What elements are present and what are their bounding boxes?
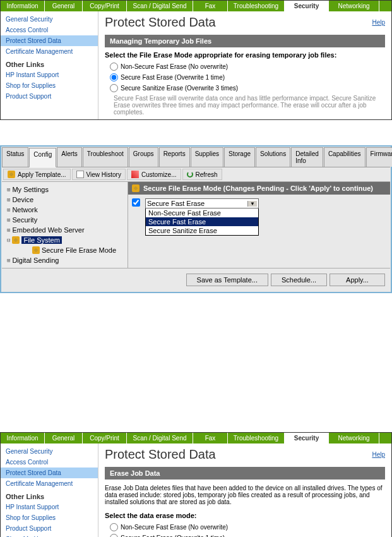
customize-icon — [131, 171, 139, 178]
tab-fax[interactable]: Fax — [193, 433, 228, 443]
sidebar-link-hp-instant[interactable]: HP Instant Support — [1, 502, 98, 512]
tab2-alerts[interactable]: Alerts — [57, 147, 82, 167]
dropdown-value: Secure Fast Erase — [147, 200, 205, 207]
sidebar-link-product-support[interactable]: Product Support — [1, 523, 98, 534]
dd-opt-nonsecure[interactable]: Non-Secure Fast Erase — [146, 208, 258, 217]
instruction-text: Select the File Erase Mode appropriate f… — [105, 51, 385, 59]
radio-secure-fast[interactable]: Secure Fast Erase (Overwrite 1 time) — [105, 72, 385, 83]
tab2-config[interactable]: Config — [29, 148, 56, 167]
tab2-solutions[interactable]: Solutions — [256, 147, 290, 167]
dd-opt-securefast[interactable]: Secure Fast Erase — [146, 217, 258, 226]
tab-information[interactable]: Information — [1, 433, 45, 443]
tab2-firmware[interactable]: Firmware — [366, 147, 392, 167]
main-tabs: Information General Copy/Print Scan / Di… — [1, 433, 391, 443]
tab-copy-print[interactable]: Copy/Print — [83, 1, 127, 11]
tab-fax[interactable]: Fax — [193, 1, 228, 11]
tab2-groups[interactable]: Groups — [129, 147, 158, 167]
radio-label: Non-Secure Fast Erase (No overwrite) — [121, 63, 228, 70]
main-tabs: Information General Copy/Print Scan / Di… — [1, 1, 391, 11]
panel-wja-config: Status Config Alerts Troubleshoot Groups… — [0, 145, 392, 293]
main-content: Protect Stored Data Help Erase Job Data … — [98, 443, 391, 537]
sidebar-link-shop-supplies[interactable]: Shop for Supplies — [1, 512, 98, 523]
page-title: Protect Stored Data — [105, 447, 216, 462]
instruction-text: Select the data erase mode: — [105, 512, 385, 519]
radio-label: Secure Fast Erase (Overwrite 1 time) — [121, 74, 225, 81]
help-link[interactable]: Help — [372, 451, 385, 458]
tab2-capabilities[interactable]: Capabilities — [324, 147, 365, 167]
tab-copy-print[interactable]: Copy/Print — [83, 433, 127, 443]
tab-general[interactable]: General — [45, 433, 83, 443]
sidebar-item-certificate-management[interactable]: Certificate Management — [1, 46, 98, 57]
tab-networking[interactable]: Networking — [329, 1, 379, 11]
sidebar-item-protect-stored-data[interactable]: Protect Stored Data — [1, 468, 98, 478]
tree-digital-sending[interactable]: ⊞Digital Sending — [4, 255, 125, 265]
chevron-down-icon: ▼ — [247, 201, 257, 207]
sidebar: General Security Access Control Protect … — [1, 11, 98, 119]
wrench-icon — [32, 246, 40, 254]
tab-general[interactable]: General — [45, 1, 83, 11]
tree-my-settings[interactable]: ⊞My Settings — [4, 184, 125, 195]
tab-scan-digital-send[interactable]: Scan / Digital Send — [127, 433, 193, 443]
tree-security[interactable]: ⊞Security — [4, 215, 125, 225]
help-link[interactable]: Help — [372, 19, 385, 26]
apply-template-button[interactable]: Apply Template... — [3, 169, 71, 180]
save-template-button[interactable]: Save as Template... — [186, 274, 268, 286]
sidebar-other-links-header: Other Links — [1, 489, 98, 502]
config-pane: Secure File Erase Mode (Changes Pending … — [128, 182, 390, 268]
wrench-icon — [12, 236, 20, 244]
customize-button[interactable]: Customize... — [127, 169, 181, 180]
sidebar-link-show-me-how[interactable]: Show Me How — [1, 534, 98, 537]
sidebar-link-hp-instant[interactable]: HP Instant Support — [1, 69, 98, 80]
panel-protect-stored-data-temp: Information General Copy/Print Scan / Di… — [0, 0, 392, 120]
tree-secure-file-erase[interactable]: Secure File Erase Mode — [4, 245, 125, 255]
apply-button[interactable]: Apply... — [330, 274, 385, 286]
radio-secure-sanitize[interactable]: Secure Sanitize Erase (Overwrite 3 times… — [105, 83, 385, 94]
tree-device[interactable]: ⊞Device — [4, 195, 125, 205]
sidebar-item-general-security[interactable]: General Security — [1, 14, 98, 25]
sidebar-item-access-control[interactable]: Access Control — [1, 457, 98, 468]
sidebar-item-certificate-management[interactable]: Certificate Management — [1, 478, 98, 489]
tab-security[interactable]: Security — [285, 433, 329, 443]
sidebar-link-shop-supplies[interactable]: Shop for Supplies — [1, 80, 98, 91]
section-header-erase-job: Erase Job Data — [105, 467, 385, 480]
refresh-button[interactable]: Refresh — [182, 169, 222, 180]
view-history-button[interactable]: View History — [72, 169, 126, 180]
erase-mode-dropdown[interactable]: Secure Fast Erase▼ Non-Secure Fast Erase… — [145, 198, 259, 236]
tab-security[interactable]: Security — [285, 1, 329, 11]
radio-secure-fast[interactable]: Secure Fast Erase (Overwrite 1 time) — [105, 533, 385, 537]
tab2-storage[interactable]: Storage — [224, 147, 255, 167]
dropdown-list: Non-Secure Fast Erase Secure Fast Erase … — [145, 208, 259, 236]
tab-information[interactable]: Information — [1, 1, 45, 11]
config-footer: Save as Template... Schedule... Apply... — [2, 268, 390, 291]
radio-non-secure[interactable]: Non-Secure Fast Erase (No overwrite) — [105, 522, 385, 533]
refresh-icon — [187, 171, 193, 178]
tab2-reports[interactable]: Reports — [159, 147, 190, 167]
tree-ews[interactable]: ⊞Embedded Web Server — [4, 225, 125, 235]
tab2-detailed-info[interactable]: Detailed Info — [291, 147, 323, 167]
tab-troubleshooting[interactable]: Troubleshooting — [228, 433, 285, 443]
toolbar: Apply Template... View History Customize… — [2, 167, 390, 182]
sidebar-item-protect-stored-data[interactable]: Protect Stored Data — [1, 35, 98, 46]
config-tabs: Status Config Alerts Troubleshoot Groups… — [2, 147, 390, 167]
sidebar-link-product-support[interactable]: Product Support — [1, 91, 98, 102]
sidebar-item-access-control[interactable]: Access Control — [1, 25, 98, 35]
schedule-button[interactable]: Schedule... — [271, 274, 327, 286]
tab2-troubleshoot[interactable]: Troubleshoot — [83, 147, 128, 167]
radio-non-secure[interactable]: Non-Secure Fast Erase (No overwrite) — [105, 61, 385, 72]
dd-opt-sanitize[interactable]: Secure Sanitize Erase — [146, 226, 258, 235]
tree-network[interactable]: ⊞Network — [4, 205, 125, 215]
section-header-temp-files: Managing Temporary Job Files — [105, 35, 385, 47]
page-title: Protect Stored Data — [105, 15, 216, 30]
radio-label: Secure Sanitize Erase (Overwrite 3 times… — [121, 85, 238, 92]
intro-text: Erase Job Data deletes files that have b… — [105, 483, 385, 509]
tab-scan-digital-send[interactable]: Scan / Digital Send — [127, 1, 193, 11]
tree-file-system[interactable]: ⊟File System — [4, 235, 125, 245]
tab-networking[interactable]: Networking — [329, 433, 379, 443]
sidebar: General Security Access Control Protect … — [1, 443, 98, 537]
settings-tree: ⊞My Settings ⊞Device ⊞Network ⊞Security … — [2, 182, 128, 268]
apply-checkbox[interactable] — [132, 198, 140, 207]
tab-troubleshooting[interactable]: Troubleshooting — [228, 1, 285, 11]
tab2-status[interactable]: Status — [2, 147, 28, 167]
tab2-supplies[interactable]: Supplies — [191, 147, 223, 167]
sidebar-item-general-security[interactable]: General Security — [1, 446, 98, 457]
